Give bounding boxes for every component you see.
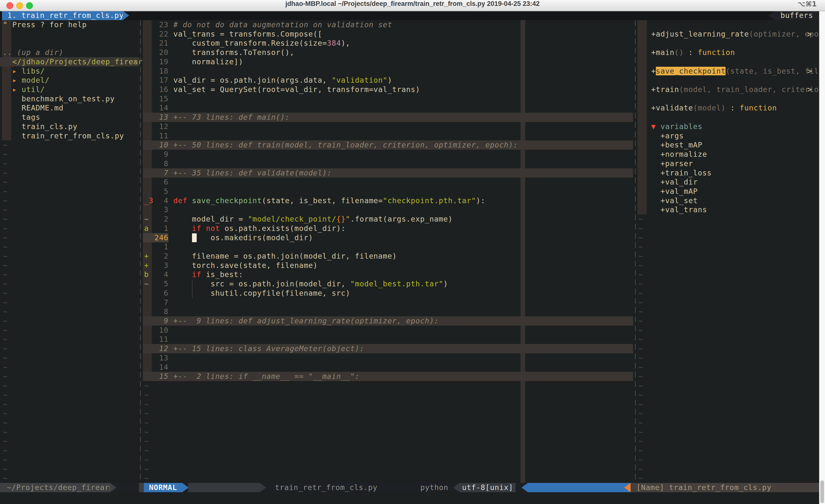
buffers-label[interactable]: buffers xyxy=(774,11,819,20)
editor-line[interactable]: 11 xyxy=(143,131,633,141)
folded-line[interactable]: 13+-- 73 lines: def main(): xyxy=(143,113,633,122)
end-of-buffer-tilde: ~ xyxy=(3,140,8,150)
tagbar-var-args[interactable]: +args xyxy=(638,131,819,141)
code-text: filename = os.path.join(model_dir, filen… xyxy=(173,252,397,261)
tagbar-tag-adjust_learning_rate[interactable]: +adjust_learning_rate(optimizer, epo> xyxy=(638,29,819,39)
editor-line[interactable]: 8 xyxy=(143,307,633,316)
end-of-buffer-tilde: ~ xyxy=(3,187,8,196)
nerdtree-item-train_retr_from_cls.py[interactable]: train_retr_from_cls.py xyxy=(0,131,139,141)
nerdtree-item-train_cls.py[interactable]: train_cls.py xyxy=(0,122,139,131)
tagbar-var-val_mAP[interactable]: +val_mAP xyxy=(638,187,819,196)
macos-titlebar: jdhao-MBP.local ~/Projects/deep_firearm/… xyxy=(0,0,825,11)
truncation-marker: > xyxy=(133,57,138,67)
tagbar-var-train_loss[interactable]: +train_loss xyxy=(638,168,819,178)
nerdtree-updir[interactable]: .. (up a dir) xyxy=(0,48,139,57)
editor-line[interactable]: 14 xyxy=(143,103,633,113)
tag-name: adjust_learning_rate xyxy=(656,30,749,38)
line-number: 9 xyxy=(150,150,168,159)
var-entry: +args xyxy=(661,131,684,141)
editor-line[interactable]: 17val_dir = os.path.join(args.data, "val… xyxy=(143,76,633,85)
end-of-buffer-tilde: ~ xyxy=(3,409,8,418)
tagbar-var-val_trans[interactable]: +val_trans xyxy=(638,205,819,215)
editor-line[interactable]: 21 custom_transform.Resize(size=384), xyxy=(143,38,633,48)
tagbar-var-best_mAP[interactable]: +best_mAP xyxy=(638,140,819,150)
folded-line[interactable]: 12+-- 15 lines: class AverageMeter(objec… xyxy=(143,344,633,353)
tagbar-kind[interactable]: ▼variables xyxy=(638,122,819,131)
editor-line[interactable]: 14 xyxy=(143,363,633,372)
var-name: +args xyxy=(661,132,684,140)
editor-line[interactable]: 10 xyxy=(143,326,633,335)
folded-line[interactable]: 7+-- 35 lines: def validate(model): xyxy=(143,168,633,178)
window-separator-right[interactable] xyxy=(635,20,636,483)
editor-line[interactable]: 5 xyxy=(143,187,633,196)
editor-line[interactable]: 9 xyxy=(143,150,633,159)
tab-train-retr-from-cls[interactable]: 1. train_retr_from_cls.py xyxy=(2,11,123,20)
editor-line[interactable]: 1a if not os.path.exists(model_dir): xyxy=(143,224,633,233)
tagbar-tag-main[interactable]: +main() : function xyxy=(638,48,819,57)
nerdtree-empty-line: ~ xyxy=(0,353,139,363)
editor-line[interactable]: 6 shutil.copyfile(filename, src) xyxy=(143,288,633,298)
folded-line[interactable]: 9+-- 9 lines: def adjust_learning_rate(o… xyxy=(143,316,633,326)
editor-line[interactable]: 23# do not do data augmentation on valid… xyxy=(143,20,633,29)
line-number: 15 xyxy=(150,94,168,103)
editor-line[interactable]: 2+ filename = os.path.join(model_dir, fi… xyxy=(143,252,633,261)
nerdtree-root[interactable]: </jdhao/Projects/deep_firear> xyxy=(0,57,139,67)
editor-line[interactable]: 3+ torch.save(state, filename) xyxy=(143,261,633,270)
nerdtree-item-tags[interactable]: tags xyxy=(0,113,139,122)
editor-line[interactable]: 22val_trans = transforms.Compose([ xyxy=(143,29,633,39)
editor-line[interactable]: 6 xyxy=(143,177,633,187)
tagbar-tag-save_checkpoint[interactable]: +save_checkpoint(state, is_best, fil> xyxy=(638,67,819,76)
editor-line[interactable]: 5~ src = os.path.join(model_dir, "model_… xyxy=(143,279,633,288)
command-line[interactable] xyxy=(0,492,819,504)
code-segment: model_dir = xyxy=(173,215,248,223)
vim-windows: " Press ? for help.. (up a dir)</jdhao/P… xyxy=(0,20,819,483)
editor-line[interactable]: 19 normalize]) xyxy=(143,57,633,67)
editor-line[interactable]: 12 xyxy=(143,122,633,131)
tagbar-empty-line: ~ xyxy=(638,326,819,335)
gutter-sign: + xyxy=(144,261,149,270)
nerdtree-empty-line: ~ xyxy=(0,261,139,270)
end-of-buffer-tilde: ~ xyxy=(3,436,8,446)
end-of-buffer-tilde: ~ xyxy=(3,418,8,427)
tagbar-var-parser[interactable]: +parser xyxy=(638,159,819,168)
editor-line[interactable]: 15 xyxy=(143,94,633,103)
editor-line[interactable]: 246 os.makedirs(model_dir) xyxy=(143,233,633,242)
folded-line[interactable]: 15+-- 2 lines: if __name__ == "__main__"… xyxy=(143,372,633,381)
window-separator-left[interactable] xyxy=(140,20,141,483)
folded-line[interactable]: 10+-- 50 lines: def train(model, train_l… xyxy=(143,140,633,150)
editor-line[interactable]: 20 transforms.ToTensor(), xyxy=(143,48,633,57)
editor-line[interactable]: 4b if is_best: xyxy=(143,270,633,279)
nerdtree-item-libs/[interactable]: ▸libs/ xyxy=(0,67,139,76)
tagbar-tag-validate[interactable]: +validate(model) : function xyxy=(638,103,819,113)
editor-line[interactable]: 8 xyxy=(143,159,633,168)
nerdtree-empty-line: ~ xyxy=(0,288,139,298)
nerdtree-item-benchmark_on_test.py[interactable]: benchmark_on_test.py xyxy=(0,94,139,103)
code-segment: ), xyxy=(341,39,350,48)
end-of-buffer-tilde: ~ xyxy=(144,436,149,446)
editor-line[interactable]: 18 xyxy=(143,67,633,76)
nerdtree-item-README.md[interactable]: README.md xyxy=(0,103,139,113)
editor-empty-line: ~ xyxy=(143,427,633,437)
tagbar-var-val_set[interactable]: +val_set xyxy=(638,196,819,205)
end-of-buffer-tilde: ~ xyxy=(3,215,8,224)
editor-line[interactable]: 16val_set = QuerySet(root=val_dir, trans… xyxy=(143,85,633,94)
truncation-marker: > xyxy=(807,85,812,94)
end-of-buffer-tilde: ~ xyxy=(639,270,643,279)
scrollbar-track[interactable] xyxy=(819,11,825,504)
nerdtree-help-text: " Press ? for help xyxy=(3,20,87,29)
editor-line[interactable]: 1 xyxy=(143,242,633,252)
editor-line[interactable]: 11 xyxy=(143,335,633,344)
editor-line[interactable]: 4_3def save_checkpoint(state, is_best, f… xyxy=(143,196,633,205)
tagbar-var-val_dir[interactable]: +val_dir xyxy=(638,177,819,187)
scrollbar-thumb[interactable] xyxy=(820,481,824,503)
editor-line[interactable]: 7 xyxy=(143,298,633,307)
editor-line[interactable]: 13 xyxy=(143,353,633,363)
fold-text: +-- 50 lines: def train(model, train_loa… xyxy=(173,140,518,150)
tagbar-tag-train[interactable]: +train(model, train_loader, criterio> xyxy=(638,85,819,94)
nerdtree-item-model/[interactable]: ▸model/ xyxy=(0,76,139,85)
editor-line[interactable]: 3 xyxy=(143,205,633,215)
nerdtree-item-util/[interactable]: ▸util/ xyxy=(0,85,139,94)
tagbar-var-normalize[interactable]: +normalize xyxy=(638,150,819,159)
code-segment: def xyxy=(173,196,192,205)
editor-line[interactable]: 2~ model_dir = "model/check_point/{}".fo… xyxy=(143,215,633,224)
